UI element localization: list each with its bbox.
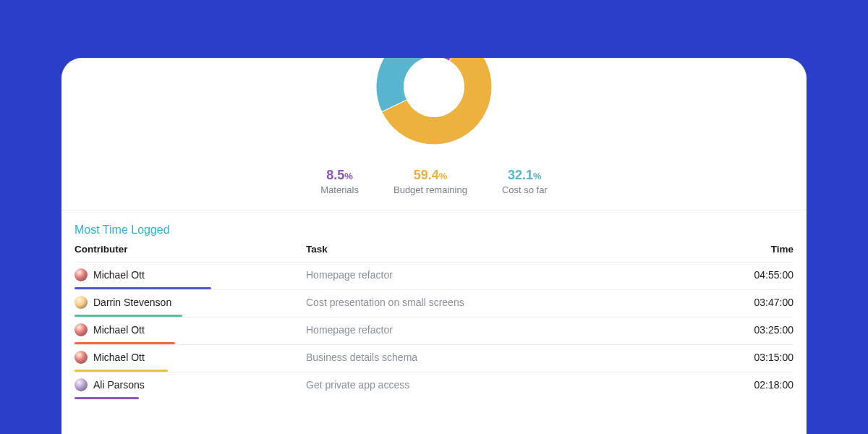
time-cell: 03:25:00 bbox=[728, 324, 793, 336]
budget-chart-section: 8.5%Materials59.4%Budget remaining32.1%C… bbox=[61, 58, 807, 210]
header-task: Task bbox=[306, 244, 728, 255]
table-row[interactable]: Michael OttHomepage refactor03:25:00 bbox=[75, 317, 793, 344]
time-bar bbox=[75, 397, 139, 399]
section-title: Most Time Logged bbox=[75, 224, 793, 237]
legend-value: 59.4% bbox=[393, 168, 467, 183]
task-cell: Homepage refactor bbox=[306, 269, 728, 281]
header-contributer: Contributer bbox=[75, 244, 306, 255]
legend-value: 8.5% bbox=[320, 168, 359, 183]
contributer-name: Michael Ott bbox=[93, 324, 145, 336]
table-row[interactable]: Michael OttBusiness details schema03:15:… bbox=[75, 344, 793, 372]
time-cell: 04:55:00 bbox=[728, 269, 793, 281]
chart-legend: 8.5%Materials59.4%Budget remaining32.1%C… bbox=[320, 168, 548, 210]
contributer-name: Michael Ott bbox=[93, 352, 145, 363]
table-row[interactable]: Michael OttHomepage refactor04:55:00 bbox=[75, 262, 793, 289]
table-row[interactable]: Ali ParsonsGet private app access02:18:0… bbox=[75, 372, 793, 399]
legend-label: Materials bbox=[320, 184, 359, 195]
header-time: Time bbox=[728, 244, 793, 255]
time-cell: 03:15:00 bbox=[728, 352, 793, 363]
table-header: Contributer Task Time bbox=[75, 244, 793, 262]
task-cell: Business details schema bbox=[306, 352, 728, 363]
legend-label: Budget remaining bbox=[393, 184, 467, 195]
legend-item: 59.4%Budget remaining bbox=[393, 168, 467, 195]
contributer-name: Darrin Stevenson bbox=[93, 297, 171, 308]
contributer-cell: Michael Ott bbox=[75, 351, 306, 364]
task-cell: Homepage refactor bbox=[306, 324, 728, 336]
task-cell: Cost presentation on small screens bbox=[306, 297, 728, 308]
avatar bbox=[75, 268, 88, 281]
avatar bbox=[75, 351, 88, 364]
avatar bbox=[75, 323, 88, 336]
time-cell: 02:18:00 bbox=[728, 379, 793, 391]
time-cell: 03:47:00 bbox=[728, 297, 793, 308]
contributer-name: Ali Parsons bbox=[93, 379, 145, 391]
contributer-cell: Ali Parsons bbox=[75, 378, 306, 391]
legend-label: Cost so far bbox=[502, 184, 548, 195]
contributer-cell: Michael Ott bbox=[75, 268, 306, 281]
dashboard-card: 8.5%Materials59.4%Budget remaining32.1%C… bbox=[61, 58, 807, 434]
budget-donut-chart bbox=[362, 58, 506, 159]
legend-item: 32.1%Cost so far bbox=[502, 168, 548, 195]
legend-item: 8.5%Materials bbox=[320, 168, 359, 195]
time-logged-section: Most Time Logged Contributer Task Time M… bbox=[61, 210, 807, 399]
table-row[interactable]: Darrin StevensonCost presentation on sma… bbox=[75, 289, 793, 317]
avatar bbox=[75, 378, 88, 391]
task-cell: Get private app access bbox=[306, 379, 728, 391]
table-body: Michael OttHomepage refactor04:55:00Darr… bbox=[75, 262, 793, 399]
avatar bbox=[75, 296, 88, 309]
legend-value: 32.1% bbox=[502, 168, 548, 183]
contributer-cell: Michael Ott bbox=[75, 323, 306, 336]
contributer-name: Michael Ott bbox=[93, 269, 145, 281]
contributer-cell: Darrin Stevenson bbox=[75, 296, 306, 309]
